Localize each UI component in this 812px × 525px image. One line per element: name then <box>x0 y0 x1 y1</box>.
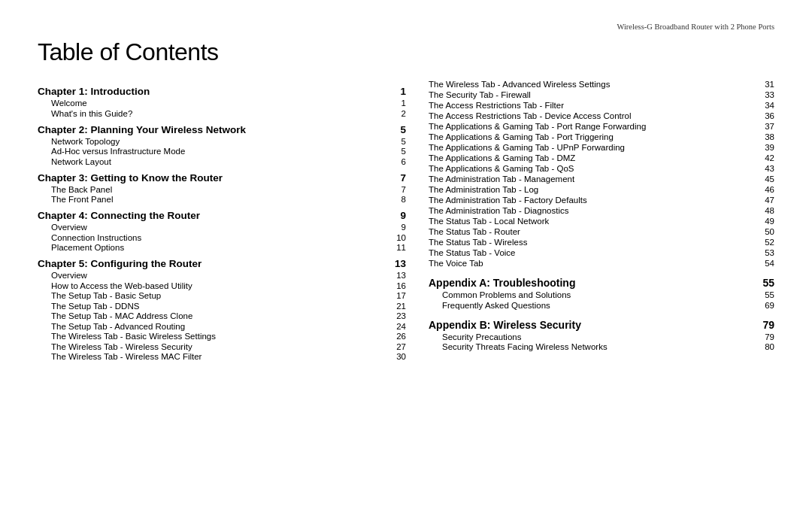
entry-security-precautions-label: Security Precautions <box>442 332 756 341</box>
entry-common-problems: Common Problems and Solutions 55 <box>429 290 774 299</box>
entry-adhoc: Ad-Hoc versus Infrastructure Mode 5 <box>38 147 406 156</box>
right-column: The Wireless Tab - Advanced Wireless Set… <box>429 80 774 353</box>
entry-status-voice-label: The Status Tab - Voice <box>429 248 756 257</box>
entry-placement-options-label: Placement Options <box>51 243 387 252</box>
entry-wireless-advanced-num: 31 <box>756 80 774 89</box>
entry-back-panel-num: 7 <box>387 185 406 194</box>
page-header: Wireless-G Broadband Router with 2 Phone… <box>38 23 774 31</box>
left-column: Chapter 1: Introduction 1 Welcome 1 What… <box>38 80 406 363</box>
entry-web-access: How to Access the Web-based Utility 16 <box>38 281 406 290</box>
entry-overview-ch5-num: 13 <box>387 271 406 280</box>
entry-status-router-num: 50 <box>756 227 774 236</box>
entry-wireless-basic: The Wireless Tab - Basic Wireless Settin… <box>38 332 406 341</box>
entry-front-panel-label: The Front Panel <box>51 195 387 204</box>
chapter-1-title: Chapter 1: Introduction <box>38 86 387 97</box>
entry-status-router: The Status Tab - Router 50 <box>429 227 774 236</box>
entry-overview-ch4-num: 9 <box>387 223 406 232</box>
entry-setup-basic-num: 17 <box>387 291 406 300</box>
entry-back-panel-label: The Back Panel <box>51 185 387 194</box>
entry-access-device-label: The Access Restrictions Tab - Device Acc… <box>429 111 756 120</box>
entry-security-firewall-label: The Security Tab - Firewall <box>429 90 756 99</box>
entry-gaming-port-triggering-label: The Applications & Gaming Tab - Port Tri… <box>429 132 756 141</box>
entry-common-problems-num: 55 <box>756 290 774 299</box>
entry-placement-options: Placement Options 11 <box>38 243 406 252</box>
entry-voice-tab-num: 54 <box>756 259 774 268</box>
entry-gaming-upnp-num: 39 <box>756 143 774 152</box>
entry-gaming-qos-num: 43 <box>756 164 774 173</box>
entry-voice-tab: The Voice Tab 54 <box>429 259 774 268</box>
chapter-3-num: 7 <box>387 172 406 184</box>
entry-access-filter: The Access Restrictions Tab - Filter 34 <box>429 101 774 110</box>
entry-admin-factory-num: 47 <box>756 196 774 205</box>
entry-faq: Frequently Asked Questions 69 <box>429 301 774 310</box>
chapter-5-title: Chapter 5: Configuring the Router <box>38 258 387 269</box>
entry-overview-ch5-label: Overview <box>51 271 387 280</box>
entry-network-topology: Network Topology 5 <box>38 137 406 146</box>
entry-admin-management-label: The Administration Tab - Management <box>429 174 756 184</box>
entry-wireless-basic-label: The Wireless Tab - Basic Wireless Settin… <box>51 332 387 341</box>
entry-setup-basic: The Setup Tab - Basic Setup 17 <box>38 291 406 300</box>
entry-admin-factory-label: The Administration Tab - Factory Default… <box>429 196 756 205</box>
entry-gaming-port-range: The Applications & Gaming Tab - Port Ran… <box>429 122 774 131</box>
entry-gaming-qos: The Applications & Gaming Tab - QoS 43 <box>429 164 774 173</box>
chapter-1: Chapter 1: Introduction 1 <box>38 86 406 97</box>
entry-admin-management-num: 45 <box>756 174 774 184</box>
entry-gaming-port-triggering-num: 38 <box>756 132 774 141</box>
entry-adhoc-label: Ad-Hoc versus Infrastructure Mode <box>51 147 387 156</box>
entry-setup-mac-num: 23 <box>387 311 406 320</box>
entry-gaming-upnp-label: The Applications & Gaming Tab - UPnP For… <box>429 143 756 152</box>
entry-welcome-num: 1 <box>387 99 406 108</box>
chapter-2-num: 5 <box>387 124 406 135</box>
entry-setup-mac-label: The Setup Tab - MAC Address Clone <box>51 311 387 320</box>
entry-setup-basic-label: The Setup Tab - Basic Setup <box>51 291 387 300</box>
page-title: Table of Contents <box>38 38 774 66</box>
entry-gaming-port-range-num: 37 <box>756 122 774 131</box>
appendix-b-title: Appendix B: Wireless Security <box>429 319 756 331</box>
entry-connection-instructions-num: 10 <box>387 233 406 242</box>
entry-wireless-security-label: The Wireless Tab - Wireless Security <box>51 342 387 351</box>
entry-admin-log-num: 46 <box>756 185 774 194</box>
entry-network-layout: Network Layout 6 <box>38 157 406 166</box>
entry-status-local-label: The Status Tab - Local Network <box>429 217 756 226</box>
appendix-a-title: Appendix A: Troubleshooting <box>429 277 756 289</box>
appendix-a-block: Appendix A: Troubleshooting 55 Common Pr… <box>429 272 774 310</box>
entry-gaming-dmz-num: 42 <box>756 153 774 162</box>
entry-status-router-label: The Status Tab - Router <box>429 227 756 236</box>
entry-gaming-port-range-label: The Applications & Gaming Tab - Port Ran… <box>429 122 756 131</box>
chapter-4: Chapter 4: Connecting the Router 9 <box>38 210 406 221</box>
entry-security-threats-label: Security Threats Facing Wireless Network… <box>442 342 756 351</box>
entry-adhoc-num: 5 <box>387 147 406 156</box>
entry-admin-log-label: The Administration Tab - Log <box>429 185 756 194</box>
entry-setup-advanced-routing: The Setup Tab - Advanced Routing 24 <box>38 322 406 331</box>
entry-setup-mac: The Setup Tab - MAC Address Clone 23 <box>38 311 406 320</box>
entry-faq-num: 69 <box>756 301 774 310</box>
entry-security-threats-num: 80 <box>756 342 774 351</box>
entry-voice-tab-label: The Voice Tab <box>429 259 756 268</box>
chapter-3: Chapter 3: Getting to Know the Router 7 <box>38 172 406 184</box>
entry-security-precautions: Security Precautions 79 <box>429 332 774 341</box>
entry-wireless-mac-filter: The Wireless Tab - Wireless MAC Filter 3… <box>38 352 406 361</box>
entry-setup-ddns-num: 21 <box>387 302 406 311</box>
entry-connection-instructions: Connection Instructions 10 <box>38 233 406 242</box>
entry-gaming-dmz-label: The Applications & Gaming Tab - DMZ <box>429 153 756 162</box>
entry-admin-diagnostics-label: The Administration Tab - Diagnostics <box>429 206 756 215</box>
entry-web-access-label: How to Access the Web-based Utility <box>51 281 387 290</box>
entry-wireless-advanced-label: The Wireless Tab - Advanced Wireless Set… <box>429 80 756 89</box>
chapter-5-num: 13 <box>387 258 406 269</box>
entry-security-firewall: The Security Tab - Firewall 33 <box>429 90 774 99</box>
appendix-b-block: Appendix B: Wireless Security 79 Securit… <box>429 314 774 352</box>
entry-status-voice-num: 53 <box>756 248 774 257</box>
entry-whats-in-guide-label: What's in this Guide? <box>51 109 387 118</box>
entry-status-local: The Status Tab - Local Network 49 <box>429 217 774 226</box>
chapter-3-title: Chapter 3: Getting to Know the Router <box>38 172 387 184</box>
entry-overview-ch4: Overview 9 <box>38 223 406 232</box>
entry-security-precautions-num: 79 <box>756 332 774 341</box>
page-container: Wireless-G Broadband Router with 2 Phone… <box>0 0 812 525</box>
entry-security-firewall-num: 33 <box>756 90 774 99</box>
entry-overview-ch5: Overview 13 <box>38 271 406 280</box>
entry-network-layout-num: 6 <box>387 157 406 166</box>
entry-status-wireless-label: The Status Tab - Wireless <box>429 238 756 247</box>
entry-network-layout-label: Network Layout <box>51 157 387 166</box>
chapter-4-title: Chapter 4: Connecting the Router <box>38 210 387 221</box>
entry-status-wireless-num: 52 <box>756 238 774 247</box>
